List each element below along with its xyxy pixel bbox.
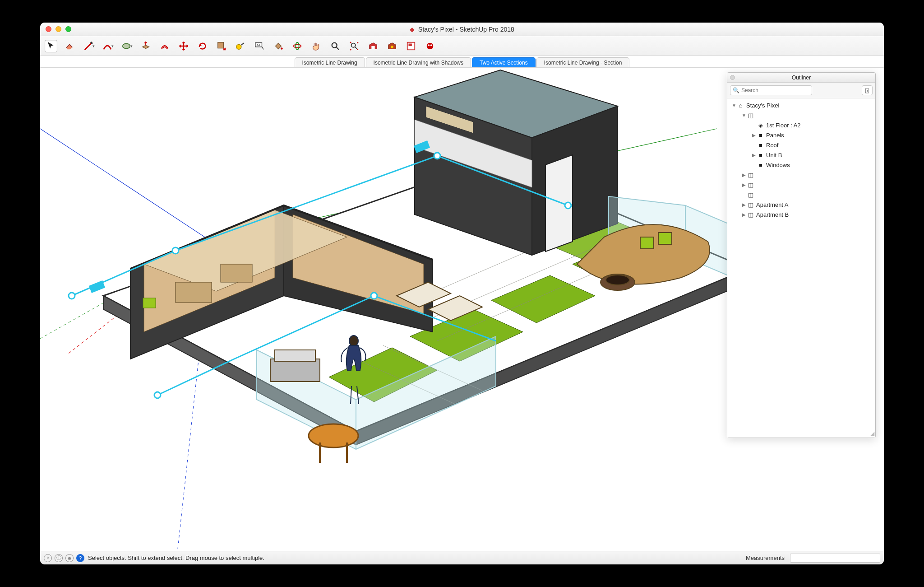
document-icon: ◆ xyxy=(410,26,415,33)
outliner-search-input[interactable] xyxy=(730,85,812,95)
svg-point-70 xyxy=(565,202,571,209)
scene-tab[interactable]: Isometric Line Drawing with Shadows xyxy=(366,57,471,67)
tape-measure-tool[interactable] xyxy=(234,40,247,52)
measurements-label: Measurements xyxy=(746,554,785,561)
model-icon: ⌂ xyxy=(737,102,744,109)
pushpull-tool[interactable] xyxy=(139,40,152,52)
disclosure-triangle-icon[interactable]: ▼ xyxy=(731,103,737,108)
eraser-tool[interactable] xyxy=(64,40,76,52)
outliner-row[interactable]: ▶◫ xyxy=(728,170,874,180)
outliner-row-label: Stacy's Pixel xyxy=(746,102,779,109)
outliner-row[interactable]: ▶◫Apartment B xyxy=(728,210,874,219)
svg-point-58 xyxy=(606,275,629,285)
outliner-row[interactable]: ▼◫ xyxy=(728,110,874,120)
scale-tool[interactable] xyxy=(215,40,228,52)
scene-tab[interactable]: Isometric Line Drawing - Section xyxy=(536,57,630,67)
outliner-search-row: 🔍 ⍈ xyxy=(727,83,875,98)
measurements-input[interactable] xyxy=(790,554,880,563)
outliner-row[interactable]: ▶■Panels xyxy=(728,130,874,140)
viewport[interactable]: Outliner 🔍 ⍈ ▼⌂Stacy's Pixel▼◫◈1st Floor… xyxy=(40,68,884,551)
svg-point-67 xyxy=(69,293,75,299)
scene-tab[interactable]: Two Active Sections xyxy=(472,57,536,67)
scene-tab[interactable]: Isometric Line Drawing xyxy=(295,57,365,67)
svg-point-8 xyxy=(332,42,337,47)
group-icon: ■ xyxy=(757,162,764,168)
outliner-details-button[interactable]: ⍈ xyxy=(862,85,873,95)
svg-point-11 xyxy=(391,46,393,48)
component-icon: ◫ xyxy=(747,211,754,218)
maximize-window-button[interactable] xyxy=(65,26,71,32)
extension-warehouse-tool[interactable] xyxy=(386,40,398,52)
disclosure-triangle-icon[interactable]: ▼ xyxy=(741,113,747,118)
outliner-row[interactable]: ■Roof xyxy=(728,140,874,150)
disclosure-triangle-icon[interactable]: ▶ xyxy=(741,212,747,217)
svg-rect-10 xyxy=(371,46,374,49)
outliner-title-text: Outliner xyxy=(792,75,811,81)
pan-tool[interactable] xyxy=(310,40,323,52)
zoom-tool[interactable] xyxy=(329,40,342,52)
svg-rect-47 xyxy=(221,264,252,282)
text-tool[interactable]: A1 xyxy=(253,40,266,52)
outliner-tree[interactable]: ▼⌂Stacy's Pixel▼◫◈1st Floor : A2▶■Panels… xyxy=(727,98,875,438)
zoom-extents-tool[interactable] xyxy=(348,40,360,52)
minimize-window-button[interactable] xyxy=(55,26,61,32)
outliner-row[interactable]: ▼⌂Stacy's Pixel xyxy=(728,100,874,110)
help-icon[interactable]: ? xyxy=(76,554,84,562)
disclosure-triangle-icon[interactable]: ▶ xyxy=(751,153,757,158)
disclosure-triangle-icon[interactable]: ▶ xyxy=(741,182,747,187)
svg-rect-56 xyxy=(658,233,672,244)
titlebar: ◆ Stacy's Pixel - SketchUp Pro 2018 xyxy=(40,23,884,36)
arc-tool[interactable]: ▾ xyxy=(102,40,114,52)
outliner-row-label: Windows xyxy=(766,162,790,168)
outliner-row[interactable]: ▶◫Apartment A xyxy=(728,200,874,210)
extensions-tool[interactable] xyxy=(424,40,436,52)
shape-tool[interactable]: ▾ xyxy=(120,40,133,52)
disclosure-triangle-icon[interactable]: ▶ xyxy=(741,202,747,207)
select-tool[interactable] xyxy=(45,40,57,52)
orbit-tool[interactable] xyxy=(291,40,304,52)
outliner-row[interactable]: ◈1st Floor : A2 xyxy=(728,120,874,130)
component-icon: ◫ xyxy=(747,172,754,178)
user-icon[interactable]: ☻ xyxy=(65,554,74,562)
svg-point-69 xyxy=(434,153,440,159)
svg-rect-48 xyxy=(143,298,156,308)
offset-tool[interactable] xyxy=(158,40,171,52)
disclosure-triangle-icon[interactable]: ▶ xyxy=(751,133,757,138)
panel-close-button[interactable] xyxy=(730,75,735,80)
outliner-row[interactable]: ■Windows xyxy=(728,160,874,170)
line-tool[interactable]: ▾ xyxy=(83,40,95,52)
rotate-tool[interactable] xyxy=(196,40,209,52)
outliner-row-label: Apartment A xyxy=(756,201,789,208)
group-icon: ■ xyxy=(757,142,764,149)
svg-rect-1 xyxy=(218,42,224,48)
credits-icon[interactable]: ⓘ xyxy=(55,554,63,562)
svg-point-5 xyxy=(281,47,283,50)
move-tool[interactable] xyxy=(177,40,190,52)
outliner-row[interactable]: ▶■Unit B xyxy=(728,150,874,160)
3d-warehouse-tool[interactable] xyxy=(367,40,379,52)
outliner-panel[interactable]: Outliner 🔍 ⍈ ▼⌂Stacy's Pixel▼◫◈1st Floor… xyxy=(727,72,876,438)
svg-point-7 xyxy=(296,42,299,50)
section-icon: ◈ xyxy=(757,122,764,129)
outliner-titlebar[interactable]: Outliner xyxy=(727,73,875,83)
scene-tabs: Isometric Line DrawingIsometric Line Dra… xyxy=(40,56,884,68)
outliner-row-label: Unit B xyxy=(766,152,782,158)
paint-bucket-tool[interactable] xyxy=(272,40,285,52)
svg-text:A1: A1 xyxy=(257,43,261,47)
status-icons: ⌖ ⓘ ☻ ? xyxy=(44,554,84,562)
group-icon: ■ xyxy=(757,152,764,158)
outliner-row[interactable]: ▶◫ xyxy=(728,180,874,190)
status-bar: ⌖ ⓘ ☻ ? Select objects. Shift to extend … xyxy=(40,551,884,564)
svg-rect-46 xyxy=(176,282,212,303)
close-window-button[interactable] xyxy=(46,26,51,32)
layout-tool[interactable] xyxy=(405,40,417,52)
component-icon: ◫ xyxy=(747,191,754,198)
geolocation-icon[interactable]: ⌖ xyxy=(44,554,52,562)
svg-point-16 xyxy=(430,44,432,46)
disclosure-triangle-icon[interactable]: ▶ xyxy=(741,172,747,177)
svg-rect-55 xyxy=(640,237,654,249)
panel-resize-grip[interactable]: ◢ xyxy=(870,430,874,437)
status-hint: Select objects. Shift to extend select. … xyxy=(88,554,742,561)
outliner-row-label: Panels xyxy=(766,132,784,139)
outliner-row[interactable]: ◫ xyxy=(728,190,874,200)
